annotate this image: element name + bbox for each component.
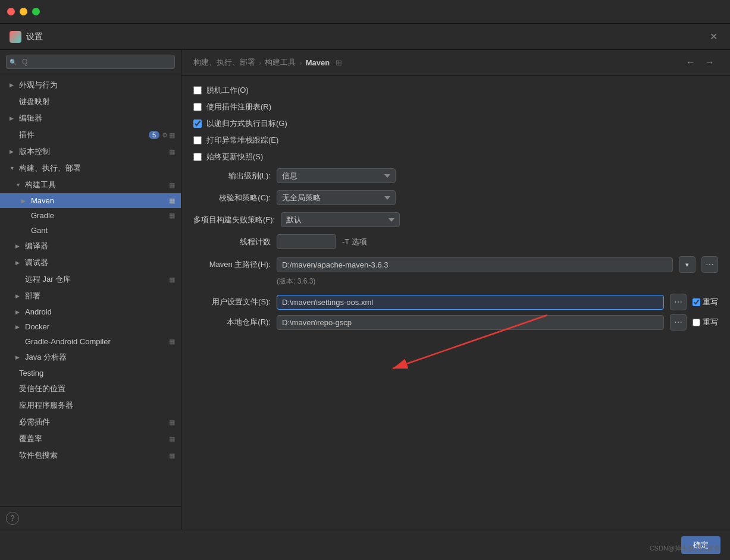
sidebar-item-maven[interactable]: ▶ Maven ▦ (0, 193, 181, 208)
sidebar-item-label: 必需插件 (19, 417, 50, 427)
sidebar-item-pkg-search[interactable]: 软件包搜索 ▦ (0, 447, 181, 464)
sidebar-item-android[interactable]: ▶ Android (0, 304, 181, 319)
sidebar-item-build[interactable]: ▼ 构建、执行、部署 (0, 160, 181, 177)
checksum-policy-control: 无全局策略 (277, 190, 396, 205)
breadcrumb-nav-buttons: ← → (682, 56, 718, 69)
gradle-android-icon: ▦ (169, 338, 175, 345)
sidebar-item-build-tools[interactable]: ▼ 构建工具 ▦ (0, 177, 181, 193)
local-repo-override-label: 重写 (703, 317, 718, 328)
titlebar (0, 0, 730, 24)
output-level-row: 输出级别(L): 信息 (193, 168, 718, 183)
pkg-search-icon: ▦ (169, 452, 175, 460)
sidebar-item-java-analysis[interactable]: ▶ Java 分析器 (0, 349, 181, 366)
local-repo-override: 重写 (693, 317, 718, 328)
minimize-traffic-light[interactable] (20, 8, 27, 15)
sidebar-item-label: Java 分析器 (25, 352, 67, 363)
vcs-icon: ▦ (169, 148, 175, 156)
sidebar-item-testing[interactable]: Testing (0, 366, 181, 380)
sidebar-item-compiler[interactable]: ▶ 编译器 (0, 238, 181, 254)
sidebar-item-plugins[interactable]: 插件 5 ⚙ ▦ (0, 127, 181, 143)
output-level-select[interactable]: 信息 (277, 168, 396, 183)
sidebar-item-label: 远程 Jar 仓库 (25, 274, 71, 285)
user-settings-folder-button[interactable]: ⋯ (670, 294, 687, 310)
offline-label: 脱机工作(O) (206, 85, 249, 96)
sidebar-item-appserver[interactable]: 应用程序服务器 (0, 397, 181, 414)
checksum-policy-select[interactable]: 无全局策略 (277, 190, 396, 205)
sidebar-item-debugger[interactable]: ▶ 调试器 (0, 254, 181, 271)
dialog-title: 设置 (10, 31, 43, 43)
sidebar-item-editor[interactable]: ▶ 编辑器 (0, 110, 181, 127)
user-settings-override: 重写 (693, 297, 718, 307)
maven-home-dropdown-button[interactable]: ▾ (679, 256, 695, 273)
breadcrumb-part1: 构建、执行、部署 (193, 57, 255, 68)
maven-version-note: (版本: 3.6.3) (193, 276, 718, 287)
search-input[interactable] (6, 55, 175, 69)
sidebar-item-deployment[interactable]: ▶ 部署 (0, 288, 181, 304)
arrow-icon: ▶ (15, 243, 21, 249)
sidebar-item-label: Gant (31, 226, 48, 235)
maven-home-label: Maven 主路径(H): (193, 259, 271, 270)
checkbox-row-stacktrace: 打印异常堆栈跟踪(E) (193, 135, 718, 146)
thread-count-input[interactable] (277, 234, 336, 249)
dialog-body: ▶ 外观与行为 键盘映射 ▶ 编辑器 插件 5 ⚙ ▦ (0, 50, 730, 530)
offline-checkbox[interactable] (193, 86, 202, 95)
sidebar-item-label: 调试器 (25, 257, 48, 268)
always-update-label: 始终更新快照(S) (206, 152, 263, 162)
sidebar-item-label: 覆盖率 (19, 433, 42, 444)
build-tools-icon: ▦ (169, 181, 175, 189)
checkbox-row-always-update: 始终更新快照(S) (193, 152, 718, 162)
app-logo-icon (10, 31, 21, 43)
local-repo-input[interactable] (277, 315, 664, 330)
checkbox-row-plugin-registry: 使用插件注册表(R) (193, 102, 718, 112)
arrow-icon: ▼ (15, 182, 21, 188)
user-settings-override-label: 重写 (703, 297, 718, 307)
plugin-badge: 5 (149, 131, 159, 139)
fail-policy-select[interactable]: 默认 (281, 212, 400, 227)
arrow-icon: ▶ (21, 198, 27, 204)
help-button[interactable]: ? (6, 512, 19, 525)
dialog-close-button[interactable]: ✕ (706, 30, 720, 44)
sidebar-item-gradle-android[interactable]: Gradle-Android Compiler ▦ (0, 334, 181, 349)
stacktrace-checkbox[interactable] (193, 136, 202, 144)
sidebar-item-coverage[interactable]: 覆盖率 ▦ (0, 430, 181, 447)
sidebar-item-keymap[interactable]: 键盘映射 (0, 93, 181, 110)
watermark: CSDN@掉头发的王富贵 (650, 544, 720, 553)
sidebar-item-label: 构建、执行、部署 (19, 163, 81, 174)
sidebar-item-gradle[interactable]: Gradle ▦ (0, 208, 181, 223)
sidebar-item-gant[interactable]: Gant (0, 223, 181, 238)
user-settings-override-checkbox[interactable] (693, 298, 700, 306)
plugin-registry-label: 使用插件注册表(R) (206, 102, 271, 112)
sidebar-item-label: 部署 (25, 291, 40, 301)
breadcrumb-pin-icon: ⊞ (336, 58, 342, 67)
dialog-footer: CSDN@掉头发的王富贵 确定 (0, 530, 730, 560)
maven-home-row: Maven 主路径(H): ▾ ⋯ (193, 256, 718, 273)
breadcrumb-back-button[interactable]: ← (682, 56, 699, 69)
plugin-registry-checkbox[interactable] (193, 103, 202, 111)
checksum-policy-label: 校验和策略(C): (193, 193, 271, 203)
sidebar-item-vcs[interactable]: ▶ 版本控制 ▦ (0, 143, 181, 160)
arrow-icon: ▶ (15, 324, 21, 330)
maven-home-input[interactable] (277, 257, 673, 272)
arrow-icon: ▶ (15, 354, 21, 360)
sidebar-item-appearance[interactable]: ▶ 外观与行为 (0, 77, 181, 93)
local-repo-folder-button[interactable]: ⋯ (670, 314, 687, 331)
recursive-checkbox[interactable] (193, 119, 202, 128)
close-traffic-light[interactable] (7, 8, 15, 15)
breadcrumb-forward-button[interactable]: → (701, 56, 718, 69)
sidebar-item-label: 构建工具 (25, 180, 56, 190)
maven-home-folder-button[interactable]: ⋯ (701, 256, 718, 273)
sidebar-item-trusted[interactable]: 受信任的位置 (0, 380, 181, 397)
maximize-traffic-light[interactable] (32, 8, 40, 15)
sidebar-item-label: 外观与行为 (19, 80, 58, 90)
arrow-icon: ▶ (10, 82, 15, 88)
sidebar-item-remote-jar[interactable]: 远程 Jar 仓库 ▦ (0, 271, 181, 288)
local-repo-override-checkbox[interactable] (693, 319, 700, 326)
sidebar-item-required-plugins[interactable]: 必需插件 ▦ (0, 414, 181, 430)
always-update-checkbox[interactable] (193, 153, 202, 161)
breadcrumb-current: Maven (306, 58, 330, 67)
user-settings-input[interactable] (277, 295, 664, 310)
arrow-icon: ▶ (10, 115, 15, 121)
sidebar-item-docker[interactable]: ▶ Docker (0, 319, 181, 334)
sidebar-item-label: Docker (25, 322, 49, 331)
sidebar-item-label: 键盘映射 (19, 96, 50, 107)
